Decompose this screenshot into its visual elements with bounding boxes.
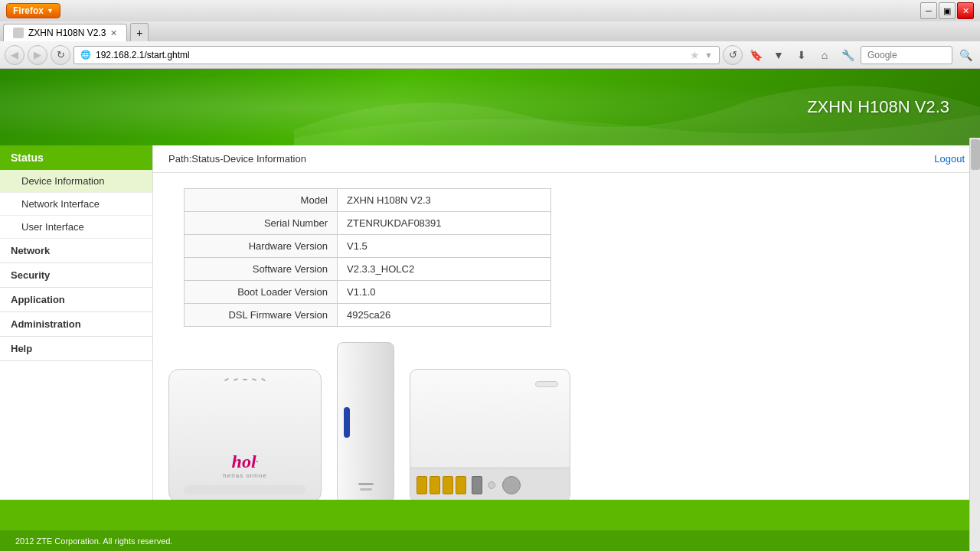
sidebar-item-device-information[interactable]: Device Information <box>0 170 152 193</box>
refresh-button[interactable]: ↻ <box>51 45 70 65</box>
close-button[interactable]: ✕ <box>957 2 974 19</box>
bookmarks-icon[interactable]: 🔖 <box>746 45 766 65</box>
router-image-1: hol• hellas online <box>168 369 322 500</box>
minimize-button[interactable]: ─ <box>920 2 937 19</box>
url-text: 192.168.2.1/start.ghtml <box>96 50 685 60</box>
active-tab[interactable]: ZXHN H108N V2.3 ✕ <box>3 24 127 41</box>
value-serial: ZTENRUKDAF08391 <box>338 212 551 235</box>
table-row: Boot Loader Version V1.1.0 <box>185 281 551 304</box>
sidebar-item-user-interface[interactable]: User Interface <box>0 216 152 239</box>
logout-button[interactable]: Logout <box>934 153 965 165</box>
scrollbar-thumb[interactable] <box>971 139 980 170</box>
firefox-button[interactable]: Firefox ▼ <box>6 3 60 18</box>
home-icon[interactable]: ⌂ <box>815 45 835 65</box>
label-dsl: DSL Firmware Version <box>185 304 338 327</box>
tab-favicon <box>13 28 24 38</box>
sidebar-category-help[interactable]: Help <box>0 337 152 361</box>
tab-title: ZXHN H108N V2.3 <box>28 28 106 38</box>
value-bootloader: V1.1.0 <box>338 281 551 304</box>
main-content: Status Device Information Network Interf… <box>0 145 980 500</box>
url-globe-icon: 🌐 <box>80 50 91 60</box>
sidebar-category-application[interactable]: Application <box>0 288 152 312</box>
sidebar-item-network-interface[interactable]: Network Interface <box>0 193 152 216</box>
label-serial: Serial Number <box>185 212 338 235</box>
customize-icon[interactable]: 🔧 <box>838 45 858 65</box>
browser-window: Firefox ▼ ─ ▣ ✕ ZXHN H108N V2.3 ✕ + ◀ ▶ … <box>0 0 980 69</box>
value-model: ZXHN H108N V2.3 <box>338 189 551 212</box>
back-button[interactable]: ◀ <box>5 45 24 65</box>
firefox-arrow-icon: ▼ <box>47 7 54 15</box>
value-hardware: V1.5 <box>338 235 551 258</box>
table-row: Software Version V2.3.3_HOLC2 <box>185 258 551 281</box>
title-bar: Firefox ▼ ─ ▣ ✕ <box>0 0 980 21</box>
footer-copyright: 2012 ZTE Corporation. All rights reserve… <box>0 530 980 551</box>
firefox-label: Firefox <box>13 5 44 16</box>
content-wrapper: ZXHN H108N V2.3 Status Device Informatio… <box>0 69 980 551</box>
sidebar-category-administration[interactable]: Administration <box>0 312 152 337</box>
page-wrapper: ZXHN H108N V2.3 Status Device Informatio… <box>0 69 980 551</box>
toolbar-right: 🔖 ▼ ⬇ ⌂ 🔧 🔍 <box>746 45 975 65</box>
search-input[interactable] <box>861 46 952 64</box>
router-image-3 <box>410 369 570 500</box>
content-area: Path:Status-Device Information Logout Mo… <box>153 145 980 500</box>
label-hardware: Hardware Version <box>185 235 338 258</box>
scrollbar[interactable] <box>969 138 980 551</box>
maximize-button[interactable]: ▣ <box>939 2 956 19</box>
address-bar: ◀ ▶ ↻ 🌐 192.168.2.1/start.ghtml ★ ▼ ↺ 🔖 … <box>0 41 980 69</box>
site-title: ZXHN H108N V2.3 <box>807 97 949 117</box>
search-icon[interactable]: 🔍 <box>956 45 975 65</box>
router-image-2 <box>337 342 394 500</box>
url-bar[interactable]: 🌐 192.168.2.1/start.ghtml ★ ▼ <box>74 46 720 64</box>
sidebar-category-security[interactable]: Security <box>0 263 152 288</box>
table-row: Serial Number ZTENRUKDAF08391 <box>185 212 551 235</box>
label-bootloader: Boot Loader Version <box>185 281 338 304</box>
content-header: Path:Status-Device Information Logout <box>153 145 980 173</box>
device-info-table: Model ZXHN H108N V2.3 Serial Number ZTEN… <box>184 188 551 327</box>
label-software: Software Version <box>185 258 338 281</box>
breadcrumb-path: Path:Status-Device Information <box>168 153 306 165</box>
value-dsl: 4925ca26 <box>338 304 551 327</box>
reload-button[interactable]: ↺ <box>723 45 743 65</box>
bottom-section: hol• hellas online <box>153 342 980 500</box>
dropdown-icon[interactable]: ▼ <box>704 51 713 60</box>
toolbar-arrow-icon[interactable]: ▼ <box>769 45 789 65</box>
copyright-text: 2012 ZTE Corporation. All rights reserve… <box>15 536 172 546</box>
sidebar-status-header[interactable]: Status <box>0 145 152 170</box>
table-row: Hardware Version V1.5 <box>185 235 551 258</box>
window-controls: ─ ▣ ✕ <box>920 2 974 19</box>
tab-close-icon[interactable]: ✕ <box>110 28 117 38</box>
label-model: Model <box>185 189 338 212</box>
bookmark-star-icon[interactable]: ★ <box>690 49 700 61</box>
site-header: ZXHN H108N V2.3 <box>0 69 980 145</box>
download-icon[interactable]: ⬇ <box>792 45 812 65</box>
sidebar: Status Device Information Network Interf… <box>0 145 153 500</box>
forward-button[interactable]: ▶ <box>28 45 47 65</box>
table-row: DSL Firmware Version 4925ca26 <box>185 304 551 327</box>
title-bar-left: Firefox ▼ <box>6 3 60 18</box>
table-row: Model ZXHN H108N V2.3 <box>185 189 551 212</box>
tab-bar: ZXHN H108N V2.3 ✕ + <box>0 21 980 41</box>
value-software: V2.3.3_HOLC2 <box>338 258 551 281</box>
sidebar-category-network[interactable]: Network <box>0 239 152 263</box>
footer-green-bar <box>0 500 980 530</box>
new-tab-button[interactable]: + <box>130 23 149 41</box>
